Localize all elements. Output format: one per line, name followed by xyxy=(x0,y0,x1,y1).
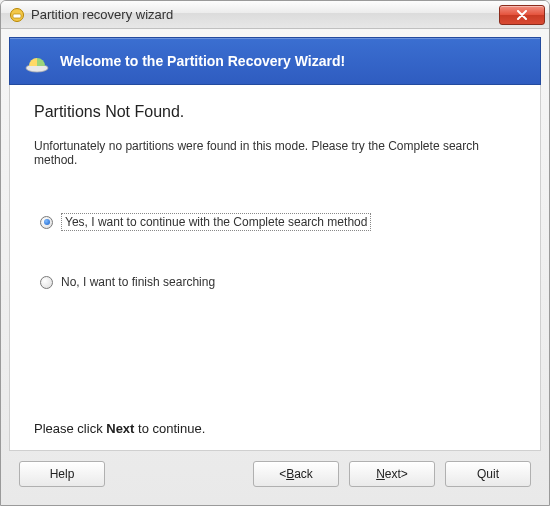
hint-bold: Next xyxy=(106,421,134,436)
client-area: Welcome to the Partition Recovery Wizard… xyxy=(1,29,549,505)
wizard-banner: Welcome to the Partition Recovery Wizard… xyxy=(9,37,541,85)
app-icon xyxy=(9,7,25,23)
options-group: Yes, I want to continue with the Complet… xyxy=(34,213,516,333)
radio-icon xyxy=(40,216,53,229)
help-button[interactable]: Help xyxy=(19,461,105,487)
back-mnemonic: B xyxy=(286,467,294,481)
wizard-icon xyxy=(24,48,50,74)
close-button[interactable] xyxy=(499,5,545,25)
titlebar: Partition recovery wizard xyxy=(1,1,549,29)
option-label: Yes, I want to continue with the Complet… xyxy=(61,213,371,231)
page-heading: Partitions Not Found. xyxy=(34,103,516,121)
page-body: Unfortunately no partitions were found i… xyxy=(34,139,516,167)
hint-prefix: Please click xyxy=(34,421,106,436)
help-button-label: Help xyxy=(50,467,75,481)
quit-button[interactable]: Quit xyxy=(445,461,531,487)
radio-icon xyxy=(40,276,53,289)
footer-hint: Please click Next to continue. xyxy=(34,421,516,436)
next-button-label: Next> xyxy=(376,467,408,481)
button-bar: Help <Back Next> Quit xyxy=(9,451,541,497)
next-button[interactable]: Next> xyxy=(349,461,435,487)
back-button[interactable]: <Back xyxy=(253,461,339,487)
content-panel: Partitions Not Found. Unfortunately no p… xyxy=(9,85,541,451)
next-mnemonic: N xyxy=(376,467,385,481)
svg-rect-1 xyxy=(13,14,21,18)
window-title: Partition recovery wizard xyxy=(31,7,499,22)
hint-suffix: to continue. xyxy=(134,421,205,436)
option-finish-searching[interactable]: No, I want to finish searching xyxy=(40,275,516,289)
back-button-label: <Back xyxy=(279,467,313,481)
option-continue-complete-search[interactable]: Yes, I want to continue with the Complet… xyxy=(40,213,516,231)
dialog-window: Partition recovery wizard Welcome to the… xyxy=(0,0,550,506)
quit-button-label: Quit xyxy=(477,467,499,481)
option-label: No, I want to finish searching xyxy=(61,275,215,289)
banner-text: Welcome to the Partition Recovery Wizard… xyxy=(60,53,345,69)
